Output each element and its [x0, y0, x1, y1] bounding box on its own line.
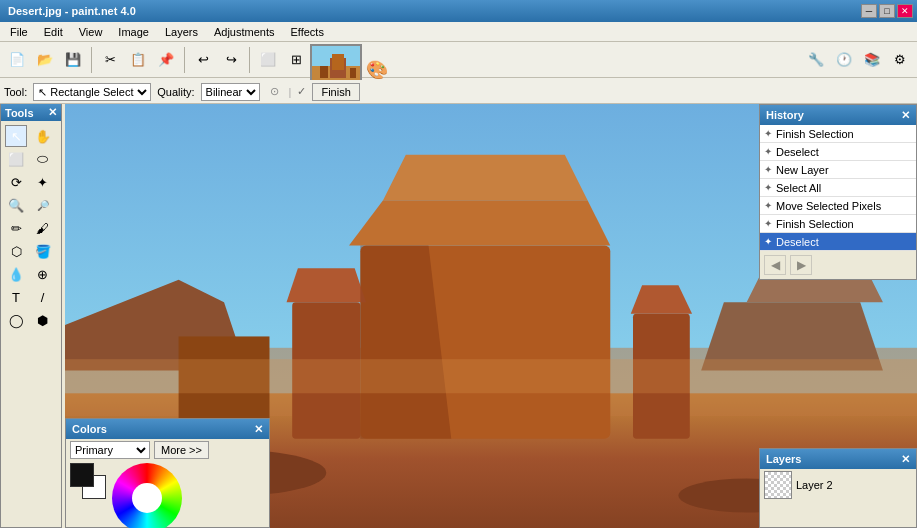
history-item-move-pixels[interactable]: ✦ Move Selected Pixels [760, 197, 916, 215]
tool-zoom[interactable]: 🔍 [5, 194, 27, 216]
svg-rect-5 [320, 66, 328, 78]
hist-icon-3: ✦ [764, 164, 772, 175]
hist-icon-7: ✦ [764, 236, 772, 247]
svg-marker-17 [287, 268, 367, 302]
colors-title: Colors [72, 423, 107, 435]
tool-rect-select[interactable]: ⬜ [5, 148, 27, 170]
undo-history-button[interactable]: ◀ [764, 255, 786, 275]
separator-tick: | [289, 86, 292, 98]
menu-view[interactable]: View [71, 24, 111, 40]
tools-panel: Tools ✕ ↖ ✋ ⬜ ⬭ ⟳ ✦ 🔍 🔎 ✏ 🖌 ⬡ 🪣 💧 ⊕ T / … [0, 104, 62, 528]
tool-select[interactable]: ↖ Rectangle Select [33, 83, 151, 101]
sep3 [249, 47, 250, 73]
color-mode-select[interactable]: Primary [70, 441, 150, 459]
svg-rect-4 [332, 54, 344, 70]
menu-edit[interactable]: Edit [36, 24, 71, 40]
tool-fill[interactable]: 🪣 [32, 240, 54, 262]
color-wheel[interactable] [112, 463, 182, 528]
tool-colorpick[interactable]: 💧 [5, 263, 27, 285]
history-item-label-5: Move Selected Pixels [776, 200, 881, 212]
history-item-label-6: Finish Selection [776, 218, 854, 230]
tool-eraser[interactable]: ⬡ [5, 240, 27, 262]
sep1 [91, 47, 92, 73]
tool-ellipse-select[interactable]: ⬭ [32, 148, 54, 170]
history-panel-header: History ✕ [760, 105, 916, 125]
more-colors-button[interactable]: More >> [154, 441, 209, 459]
svg-marker-15 [383, 155, 587, 200]
quality-select[interactable]: Bilinear [201, 83, 260, 101]
circle-icon: ⊙ [270, 85, 279, 98]
tool-lasso[interactable]: ⟳ [5, 171, 27, 193]
tool-pencil[interactable]: ✏ [5, 217, 27, 239]
colors-panel-header: Colors ✕ [66, 419, 269, 439]
history-item-deselect-2[interactable]: ✦ Deselect [760, 233, 916, 251]
tool-text[interactable]: T [5, 286, 27, 308]
copy-button[interactable]: 📋 [125, 47, 151, 73]
close-button[interactable]: ✕ [897, 4, 913, 18]
tool-line[interactable]: / [32, 286, 54, 308]
history-item-label-7: Deselect [776, 236, 819, 248]
tool-clone[interactable]: ⊕ [32, 263, 54, 285]
layer-name: Layer 2 [796, 479, 833, 491]
settings-toggle[interactable]: ⚙ [887, 46, 913, 72]
tool-magic-wand[interactable]: ✦ [32, 171, 54, 193]
history-close-button[interactable]: ✕ [901, 109, 910, 122]
tool-gradient[interactable]: ⬢ [32, 309, 54, 331]
maximize-button[interactable]: □ [879, 4, 895, 18]
tool-paintbrush[interactable]: 🖌 [32, 217, 54, 239]
tool-zoom2[interactable]: 🔎 [32, 194, 54, 216]
tools-panel-title: Tools [5, 107, 34, 119]
layers-toggle[interactable]: 📚 [859, 46, 885, 72]
tool-shapes[interactable]: ◯ [5, 309, 27, 331]
hist-icon-6: ✦ [764, 218, 772, 229]
redo-button[interactable]: ↪ [218, 47, 244, 73]
redo-history-button[interactable]: ▶ [790, 255, 812, 275]
history-item-new-layer[interactable]: ✦ New Layer [760, 161, 916, 179]
new-button[interactable]: 📄 [4, 47, 30, 73]
finish-button[interactable]: Finish [312, 83, 359, 101]
menu-layers[interactable]: Layers [157, 24, 206, 40]
tool-hand[interactable]: ✋ [32, 125, 54, 147]
tools-grid: ↖ ✋ ⬜ ⬭ ⟳ ✦ 🔍 🔎 ✏ 🖌 ⬡ 🪣 💧 ⊕ T / ◯ ⬢ [1, 121, 61, 335]
color-wheel-inner [132, 483, 162, 513]
crop-button[interactable]: ⬜ [255, 47, 281, 73]
svg-marker-14 [349, 200, 610, 245]
tools-panel-close[interactable]: ✕ [48, 106, 57, 119]
layer-thumbnail [764, 471, 792, 499]
cut-button[interactable]: ✂ [97, 47, 123, 73]
layers-close-button[interactable]: ✕ [901, 453, 910, 466]
open-button[interactable]: 📂 [32, 47, 58, 73]
main-area: Tools ✕ ↖ ✋ ⬜ ⬭ ⟳ ✦ 🔍 🔎 ✏ 🖌 ⬡ 🪣 💧 ⊕ T / … [0, 104, 917, 528]
menu-adjustments[interactable]: Adjustments [206, 24, 283, 40]
resize-button[interactable]: ⊞ [283, 47, 309, 73]
app-title: Desert.jpg - paint.net 4.0 [4, 5, 136, 17]
hist-icon-2: ✦ [764, 146, 772, 157]
hist-icon-5: ✦ [764, 200, 772, 211]
history-item-finish-selection-1[interactable]: ✦ Finish Selection [760, 125, 916, 143]
menu-effects[interactable]: Effects [283, 24, 332, 40]
minimize-button[interactable]: ─ [861, 4, 877, 18]
history-item-label-3: New Layer [776, 164, 829, 176]
foreground-color-swatch[interactable] [70, 463, 94, 487]
menu-file[interactable]: File [2, 24, 36, 40]
layer-item-2[interactable]: Layer 2 [760, 469, 916, 501]
paint-logo: 🎨 [366, 59, 388, 81]
history-item-select-all[interactable]: ✦ Select All [760, 179, 916, 197]
paste-button[interactable]: 📌 [153, 47, 179, 73]
layers-title: Layers [766, 453, 801, 465]
colors-close-button[interactable]: ✕ [254, 423, 263, 436]
quality-label: Quality: [157, 86, 194, 98]
history-item-deselect-1[interactable]: ✦ Deselect [760, 143, 916, 161]
save-button[interactable]: 💾 [60, 47, 86, 73]
undo-button[interactable]: ↩ [190, 47, 216, 73]
tool-arrow[interactable]: ↖ [5, 125, 27, 147]
color-mode-row: Primary More >> [66, 439, 269, 459]
history-item-finish-selection-2[interactable]: ✦ Finish Selection [760, 215, 916, 233]
menu-image[interactable]: Image [110, 24, 157, 40]
tools-toggle[interactable]: 🔧 [803, 46, 829, 72]
hist-icon-1: ✦ [764, 128, 772, 139]
history-toggle[interactable]: 🕐 [831, 46, 857, 72]
history-item-label-4: Select All [776, 182, 821, 194]
right-toolbar-icons: 🔧 🕐 📚 ⚙ [803, 46, 913, 72]
history-actions: ◀ ▶ [760, 251, 916, 279]
